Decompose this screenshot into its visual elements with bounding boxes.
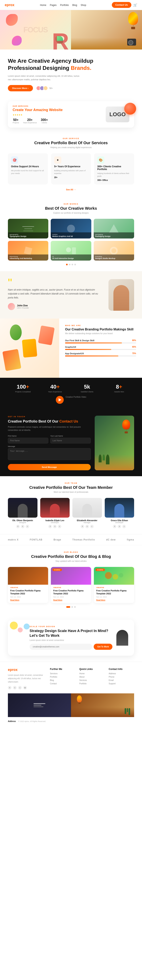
team-photo-1 [8,498,37,518]
footer-col-3-title: Contact Info [108,668,134,670]
social-tw-2[interactable]: t [53,525,57,528]
social-ig-4[interactable]: i [122,525,126,528]
footer-left-decoration [34,703,45,707]
contact-button[interactable]: Contact Us [112,2,131,8]
portfolio-item-3[interactable]: packaging Packaging Design [94,219,134,239]
author-avatar [8,303,15,310]
blog-image-1: Creative [8,567,48,585]
cta-email-input[interactable] [30,644,92,650]
blog-page-2[interactable] [72,606,73,608]
services-see-all[interactable]: See All → [66,188,76,191]
footer-link-2-1[interactable]: Home [79,673,105,675]
discover-button[interactable]: Discover More › [8,85,33,91]
blog-section: OUR BLOGS Creative Portfolio Best Of Our… [0,545,142,614]
social-ig-3[interactable]: i [90,525,94,528]
footer-link-2-2[interactable]: About [79,676,105,678]
footer-link-1-1[interactable]: Services [50,673,75,675]
portfolio-item-2[interactable]: motion Motion Graphics And 3d [51,219,91,239]
nav-shop[interactable]: Shop [81,4,86,6]
last-name-input[interactable] [50,438,91,444]
pagination-dot-2[interactable] [69,264,70,265]
footer-link-3-4[interactable]: Support [108,682,134,685]
footer-link-3-3[interactable]: Email [108,679,134,681]
person-silhouette [113,285,129,311]
service-years-2: 20+ [54,177,88,178]
portfolio-tag-4: advertising [10,256,47,258]
cta-description: Lorem ipsum dolor sit amet consectetur [30,639,112,641]
first-name-label: First Name [8,435,48,437]
footer-image-right [71,694,134,717]
social-fb-4[interactable]: f [113,525,116,528]
cart-icon[interactable]: 🛒 [133,3,137,7]
footer-tw-icon[interactable]: t [13,686,17,689]
cta-submit-button[interactable]: Get To Work [94,644,112,650]
footer-links-3: Address Phone Email Support [108,673,134,685]
footer-link-2-4[interactable]: Portfolio [79,682,105,685]
footer-link-3-2[interactable]: Phone [108,676,134,678]
footer-ig-icon[interactable]: i [18,686,22,689]
nav-home[interactable]: Home [40,4,46,6]
blog-read-2[interactable]: Read More [53,599,89,601]
message-field: Message [8,445,91,461]
message-textarea[interactable] [8,448,91,460]
shape-triangle-decoration [109,224,119,233]
blob-pink [12,36,22,46]
portfolio-item-6[interactable]: branding Designs Studio Mockup [94,241,134,261]
portfolio-item-5[interactable]: ui Ul And Interactive Design [51,241,91,261]
portfolio-tag-5: ui [52,256,89,258]
footer-link-3-1[interactable]: Address [108,673,134,675]
social-fb-3[interactable]: f [81,525,84,528]
social-ig-1[interactable]: i [26,525,29,528]
skill-item-3: App Designate/UX 75% [65,352,136,356]
nav-blog[interactable]: Blog [72,4,77,6]
team-card-4: Grace Ella Ethan Developer f t i [105,498,134,528]
social-tw-3[interactable]: t [85,525,89,528]
hero-banner: FOCUS R [0,10,142,49]
service-card-1: 🎯 Online Support 24 Hours We provide rou… [8,153,48,185]
cta-email-row: Get To Work [30,644,112,650]
social-ig-2[interactable]: i [58,525,61,528]
blog-page-1[interactable] [66,606,70,608]
social-fb-2[interactable]: f [48,525,52,528]
footer-link-1-2[interactable]: Portfolio [50,676,75,678]
footer-li-icon[interactable]: in [23,686,27,689]
portfolio-item-4[interactable]: advertising Advertising And Marketing [8,241,48,261]
intro-content: We Are Creative Agency Buildup Professio… [0,49,142,97]
stat-label-3: Satisfied Clients [72,391,102,393]
skills-content: WHO WE ARE Our Creative Branding Portfol… [59,318,142,378]
services-subtitle: Helping you create amazing digital exper… [8,146,134,148]
pagination-dot-3[interactable] [72,264,73,265]
nav-portfolio[interactable]: Portfolio [60,4,69,6]
portfolio-item-1[interactable]: typographic Typographic Design [8,219,48,239]
blog-read-3[interactable]: Read More [96,599,132,601]
team-title: Creative Portfolio Best Of Our Team Memb… [8,485,134,490]
nav-pages[interactable]: Pages [50,4,57,6]
skill-bars: Our First Skill & Design Skill 80% Graph… [65,339,136,356]
footer-fb-icon[interactable]: f [8,686,11,689]
person-body-3 [82,504,92,518]
team-photo-4 [105,498,134,518]
cta-title: Strategy Design Scale Have A Project In … [30,629,112,638]
quote-mark: " [8,280,102,286]
team-name-2: Isabella Elijah Leo [40,519,70,522]
first-name-input[interactable] [8,438,48,444]
pagination-dot-4[interactable] [74,264,76,265]
footer-link-1-4[interactable]: Contact [50,682,75,685]
footer-link-2-3[interactable]: Services [79,679,105,681]
footer-link-1-3[interactable]: Blog [50,679,75,681]
blog-page-3[interactable] [74,606,76,608]
social-tw-1[interactable]: t [21,525,24,528]
play-button[interactable] [56,396,64,404]
social-tw-4[interactable]: t [118,525,121,528]
footer-col-1: Further Me Services Portfolio Blog Conta… [50,668,75,689]
logo-text: eprox [5,3,14,7]
portfolio-pagination [8,264,134,265]
team-social-3: f t i [72,525,102,528]
social-fb-1[interactable]: f [16,525,20,528]
card-title-text: Create Your Amazing Website [13,108,62,112]
contact-submit-button[interactable]: Send Message [8,464,91,470]
quote-author: John Doe CEO / Founder [8,303,102,310]
person-body-1 [18,504,28,518]
pagination-dot-1[interactable] [66,264,68,265]
blog-read-1[interactable]: Read More [10,599,46,601]
